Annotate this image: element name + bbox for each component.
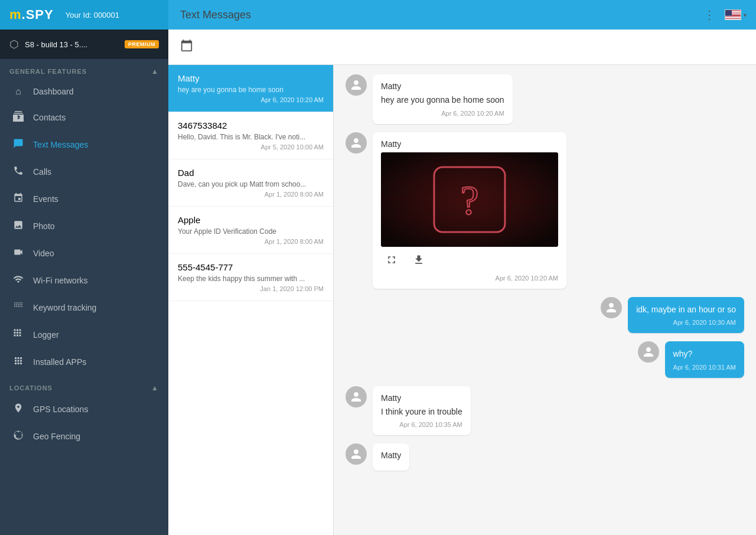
sidebar-item-logger[interactable]: Logger (0, 321, 168, 348)
sidebar-label-dashboard: Dashboard (33, 87, 159, 96)
sidebar-item-wifi[interactable]: Wi-Fi networks (0, 267, 168, 294)
topbar-middle: Text Messages (168, 9, 703, 21)
home-icon: ⌂ (12, 86, 25, 97)
apps-icon (12, 355, 25, 368)
sidebar-label-text-messages: Text Messages (33, 140, 159, 149)
sidebar-label-video: Video (33, 249, 159, 258)
expand-image-button[interactable] (381, 252, 402, 271)
sidebar-label-calls: Calls (33, 167, 159, 177)
convo-name: 3467533842 (178, 120, 324, 131)
convo-item-3467533842[interactable]: 3467533842 Hello, David. This is Mr. Bla… (168, 112, 333, 159)
svg-rect-3 (14, 332, 16, 334)
sidebar-item-contacts[interactable]: Contacts (0, 104, 168, 131)
avatar (346, 132, 367, 154)
message-time: Apr 6, 2020 10:20 AM (381, 275, 558, 282)
sidebar-label-keyword: Keyword tracking (33, 303, 159, 312)
avatar (346, 386, 367, 407)
top-bar: m.SPY Your Id: 000001 Text Messages ⋮ ▾ (0, 0, 756, 30)
chevron-down-icon: ▾ (744, 12, 747, 18)
sidebar-label-events: Events (33, 194, 159, 204)
sidebar-item-text-messages[interactable]: Text Messages (0, 131, 168, 158)
message-sender: Matty (381, 139, 558, 149)
wifi-icon (12, 274, 25, 287)
locations-label: LOCATIONS ▲ (0, 376, 168, 396)
sidebar-item-apps[interactable]: Installed APPs (0, 348, 168, 376)
convo-preview: Your Apple ID Verification Code (178, 227, 308, 236)
convo-time: Jan 1, 2020 12:00 PM (178, 285, 324, 292)
avatar-outgoing (601, 297, 622, 318)
download-image-button[interactable] (408, 252, 429, 271)
convo-preview: Dave, can you pick up Matt from schoo... (178, 180, 308, 188)
more-options-icon[interactable]: ⋮ (703, 8, 715, 22)
message-sender: Matty (381, 451, 401, 460)
sidebar-label-geofence: Geo Fencing (33, 432, 159, 441)
sidebar-item-events[interactable]: Events (0, 185, 168, 213)
message-bubble-5: Matty I think youre in trouble Apr 6, 20… (373, 386, 471, 436)
page-title: Text Messages (168, 9, 703, 21)
svg-text:?: ? (460, 178, 478, 223)
language-selector[interactable]: ▾ (725, 9, 747, 20)
image-actions (381, 252, 558, 271)
sidebar-item-keyword[interactable]: Keyword tracking (0, 294, 168, 321)
convo-name: 555-4545-777 (178, 262, 324, 272)
sidebar-label-apps: Installed APPs (33, 357, 159, 367)
message-row-outgoing-1: idk, maybe in an hour or so Apr 6, 2020 … (346, 297, 744, 334)
convo-name: Dad (178, 168, 324, 178)
message-row-5: Matty I think youre in trouble Apr 6, 20… (346, 386, 744, 436)
message-row-outgoing-2: why? Apr 6, 2020 10:31 AM (346, 341, 744, 378)
message-text: hey are you gonna be home soon (381, 94, 504, 106)
sidebar-item-calls[interactable]: Calls (0, 158, 168, 185)
premium-badge: PREMIUM (125, 40, 159, 48)
logo-area: m.SPY Your Id: 000001 (0, 0, 168, 30)
svg-rect-7 (17, 335, 18, 337)
convo-preview: Hello, David. This is Mr. Black. I've no… (178, 133, 308, 141)
avatar-outgoing-2 (638, 341, 659, 363)
sidebar-item-geofence[interactable]: Geo Fencing (0, 423, 168, 450)
sidebar-item-gps[interactable]: GPS Locations (0, 396, 168, 423)
convo-preview: hey are you gonna be home soon (178, 86, 308, 94)
phone-icon (12, 165, 25, 178)
sidebar-item-video[interactable]: Video (0, 240, 168, 267)
convo-preview: Keep the kids happy this summer with ... (178, 275, 308, 283)
conversation-list: Matty hey are you gonna be home soon Apr… (168, 65, 334, 535)
svg-rect-8 (19, 335, 21, 337)
avatar (346, 74, 367, 96)
convo-item-555[interactable]: 555-4545-777 Keep the kids happy this su… (168, 254, 333, 301)
events-icon (12, 193, 25, 205)
message-bubble: Matty hey are you gonna be home soon Apr… (373, 74, 513, 124)
svg-rect-1 (17, 330, 18, 331)
message-image[interactable]: ? (381, 152, 558, 247)
message-view: Matty hey are you gonna be home soon Apr… (334, 65, 756, 535)
sidebar-item-dashboard[interactable]: ⌂ Dashboard (0, 79, 168, 104)
chevron-up-icon-2: ▲ (151, 384, 159, 392)
message-bubble-image: Matty (373, 132, 566, 289)
device-bar[interactable]: ⬡ S8 - build 13 - 5.... PREMIUM (0, 30, 168, 59)
logo-text: m.SPY (9, 7, 54, 22)
convo-name: Apple (178, 215, 324, 225)
pin-icon (12, 403, 25, 416)
message-bubble-outgoing: idk, maybe in an hour or so Apr 6, 2020 … (628, 297, 744, 334)
main-header (168, 30, 756, 65)
message-sender: Matty (381, 81, 504, 91)
svg-rect-0 (14, 330, 16, 331)
contacts-icon (12, 111, 25, 124)
message-row: Matty hey are you gonna be home soon Apr… (346, 74, 744, 124)
topbar-actions: ⋮ ▾ (703, 8, 756, 22)
message-sender: Matty (381, 393, 462, 403)
sidebar: ⬡ S8 - build 13 - 5.... PREMIUM GENERAL … (0, 0, 168, 535)
convo-name: Matty (178, 73, 324, 83)
sidebar-label-contacts: Contacts (33, 113, 159, 122)
general-features-label: GENERAL FEATURES ▲ (0, 59, 168, 79)
message-row-6: Matty (346, 443, 744, 471)
sidebar-item-photo[interactable]: Photo (0, 213, 168, 240)
convo-item-apple[interactable]: Apple Your Apple ID Verification Code Ap… (168, 207, 333, 254)
message-time: Apr 6, 2020 10:30 AM (636, 319, 736, 326)
convo-item-matty[interactable]: Matty hey are you gonna be home soon Apr… (168, 65, 333, 112)
sidebar-label-logger: Logger (33, 330, 159, 340)
convo-time: Apr 6, 2020 10:20 AM (178, 96, 324, 103)
target-icon (12, 430, 25, 443)
calendar-filter-icon[interactable] (180, 39, 193, 55)
device-name: S8 - build 13 - 5.... (25, 40, 119, 49)
message-time: Apr 6, 2020 10:35 AM (381, 421, 462, 428)
convo-item-dad[interactable]: Dad Dave, can you pick up Matt from scho… (168, 159, 333, 207)
